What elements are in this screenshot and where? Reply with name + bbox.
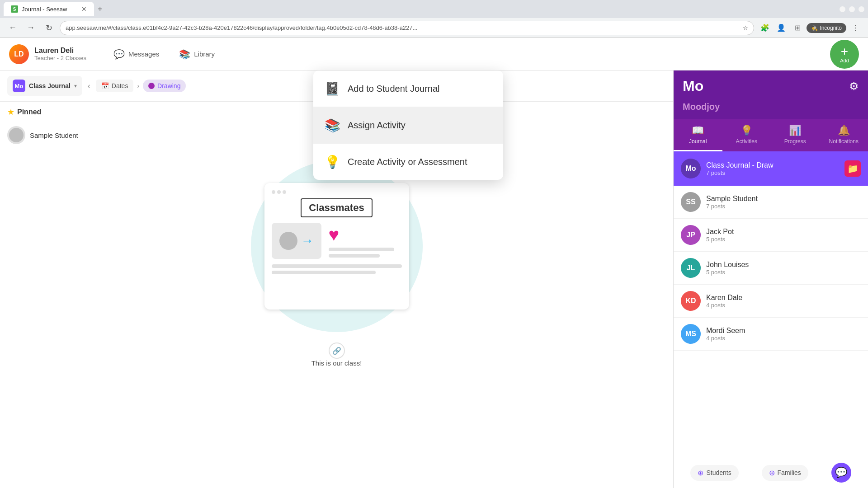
student-item-1[interactable]: JP Jack Pot 5 posts <box>674 219 868 252</box>
class-journal-info: Class Journal - Draw 7 posts <box>706 161 839 176</box>
user-role: Teacher - 2 Classes <box>34 55 86 61</box>
moodjoy-name: Moodjoy <box>674 102 868 119</box>
families-icon: ⊕ <box>769 469 775 477</box>
bottom-lines <box>272 264 402 274</box>
class-journal-card[interactable]: Mo Class Journal - Draw 7 posts 📁 <box>674 151 868 186</box>
student-info-0: Sample Student 7 posts <box>706 195 861 210</box>
sidebar-footer: ⊕ Students ⊕ Families 💬 <box>674 457 868 488</box>
students-icon: ⊕ <box>698 469 703 477</box>
notifications-tab-icon: 🔔 <box>838 125 850 136</box>
minimize-button[interactable] <box>840 6 845 12</box>
link-icon-button[interactable]: 🔗 <box>329 343 345 359</box>
profile-button[interactable]: 👤 <box>774 21 788 35</box>
incognito-icon: 🕵 <box>811 25 818 31</box>
classmates-illustration: Classmates → ♥ <box>251 160 423 332</box>
dropdown-menu: 📓 Add to Student Journal 📚 Assign Activi… <box>313 70 503 180</box>
address-url: app.seesaw.me/#/class/class.e01bf4c2-9a2… <box>66 24 739 31</box>
forward-button[interactable]: → <box>24 21 38 35</box>
sample-student-avatar <box>7 126 25 144</box>
new-tab-button[interactable]: + <box>98 5 103 14</box>
avatar-circle <box>279 232 297 250</box>
bookmark-icon: ☆ <box>743 24 748 31</box>
student-posts-0: 7 posts <box>706 203 861 210</box>
sidebar-top: Mo ⚙ <box>674 70 868 102</box>
app-header: LD Lauren Deli Teacher - 2 Classes 💬 Mes… <box>0 38 868 70</box>
student-item-3[interactable]: KD Karen Dale 4 posts <box>674 285 868 318</box>
create-activity-item[interactable]: 💡 Create Activity or Assessment <box>313 144 503 180</box>
student-info-3: Karen Dale 4 posts <box>706 294 861 309</box>
student-name-2: John Louises <box>706 261 861 269</box>
class-journal-selector[interactable]: Mo Class Journal ▾ <box>7 76 82 96</box>
browser-titlebar: S Journal - Seesaw ✕ + <box>0 0 868 18</box>
sidebar-title: Mo <box>683 78 703 94</box>
settings-icon[interactable]: ⚙ <box>849 80 859 93</box>
messages-button[interactable]: 💬 Messages <box>104 44 168 64</box>
journal-tab-icon: 📖 <box>692 125 704 136</box>
header-nav: 💬 Messages 📚 Library <box>104 44 224 64</box>
user-info: LD Lauren Deli Teacher - 2 Classes <box>9 44 86 64</box>
assign-activity-item[interactable]: 📚 Assign Activity <box>313 107 503 144</box>
student-name-1: Jack Pot <box>706 228 861 236</box>
post-area: Classmates → ♥ <box>0 153 673 381</box>
menu-button[interactable]: ⋮ <box>848 21 863 35</box>
back-button[interactable]: ← <box>5 21 20 35</box>
browser-chrome: S Journal - Seesaw ✕ + ← → ↻ app.seesaw.… <box>0 0 868 38</box>
student-avatar-4: MS <box>681 324 701 344</box>
assign-activity-icon: 📚 <box>324 117 340 133</box>
student-avatar-0: SS <box>681 192 701 212</box>
tab-activities[interactable]: 💡 Activities <box>722 119 771 151</box>
drawing-dot <box>148 83 155 89</box>
library-label: Library <box>194 50 215 58</box>
journal-nav-back[interactable]: ‹ <box>86 80 92 93</box>
close-button[interactable] <box>859 6 864 12</box>
library-button[interactable]: 📚 Library <box>170 44 224 64</box>
add-button[interactable]: + Add <box>830 40 859 69</box>
add-to-journal-label: Add to Student Journal <box>348 84 439 94</box>
class-mo-badge: Mo <box>681 159 701 178</box>
blue-arrow-icon: → <box>301 234 314 248</box>
extensions-button[interactable]: 🧩 <box>758 21 772 35</box>
create-activity-icon: 💡 <box>324 154 340 170</box>
main-content: Mo Class Journal ▾ ‹ 📅 Dates › Drawing <box>0 70 868 488</box>
tab-notifications[interactable]: 🔔 Notifications <box>820 119 868 151</box>
user-name: Lauren Deli <box>34 47 86 55</box>
card-image: → <box>272 223 321 259</box>
bottom-line-2 <box>272 271 376 274</box>
families-button[interactable]: ⊕ Families <box>762 465 808 481</box>
chat-bubble-button[interactable]: 💬 <box>831 463 851 483</box>
messages-icon: 💬 <box>113 49 125 60</box>
card-title: Classmates <box>301 198 372 217</box>
student-info-2: John Louises 5 posts <box>706 261 861 276</box>
student-list: SS Sample Student 7 posts JP Jack Pot 5 … <box>674 186 868 351</box>
star-icon: ★ <box>7 107 14 117</box>
bottom-line-1 <box>272 264 402 268</box>
student-item-4[interactable]: MS Mordi Seem 4 posts <box>674 318 868 351</box>
tab-close-button[interactable]: ✕ <box>81 5 87 13</box>
dates-button[interactable]: 📅 Dates <box>96 80 134 92</box>
user-avatar: LD <box>9 44 29 64</box>
class-journal-label: Class Journal <box>29 82 71 89</box>
families-label: Families <box>778 469 801 476</box>
maximize-button[interactable] <box>849 6 855 12</box>
class-journal-posts: 7 posts <box>706 169 839 176</box>
address-bar[interactable]: app.seesaw.me/#/class/class.e01bf4c2-9a2… <box>60 21 754 35</box>
app-container: LD Lauren Deli Teacher - 2 Classes 💬 Mes… <box>0 38 868 488</box>
browser-tabs: S Journal - Seesaw ✕ + <box>4 2 103 16</box>
assign-activity-label: Assign Activity <box>348 120 406 131</box>
student-posts-1: 5 posts <box>706 236 861 243</box>
reload-button[interactable]: ↻ <box>42 21 56 35</box>
students-button[interactable]: ⊕ Students <box>690 465 738 481</box>
dot-3 <box>283 190 286 194</box>
incognito-badge: 🕵 Incognito <box>807 23 846 33</box>
sidebar-tabs: 📖 Journal 💡 Activities 📊 Progress 🔔 Noti… <box>674 119 868 151</box>
activities-tab-icon: 💡 <box>741 125 753 136</box>
tab-journal[interactable]: 📖 Journal <box>674 119 722 151</box>
browser-tab-active[interactable]: S Journal - Seesaw ✕ <box>4 2 94 16</box>
student-item-0[interactable]: SS Sample Student 7 posts <box>674 186 868 219</box>
sidebar-button[interactable]: ⊞ <box>790 21 805 35</box>
add-to-journal-item[interactable]: 📓 Add to Student Journal <box>313 70 503 107</box>
drawing-tag[interactable]: Drawing <box>143 80 186 92</box>
tab-progress[interactable]: 📊 Progress <box>771 119 820 151</box>
journal-tab-label: Journal <box>689 138 707 145</box>
student-item-2[interactable]: JL John Louises 5 posts <box>674 252 868 285</box>
